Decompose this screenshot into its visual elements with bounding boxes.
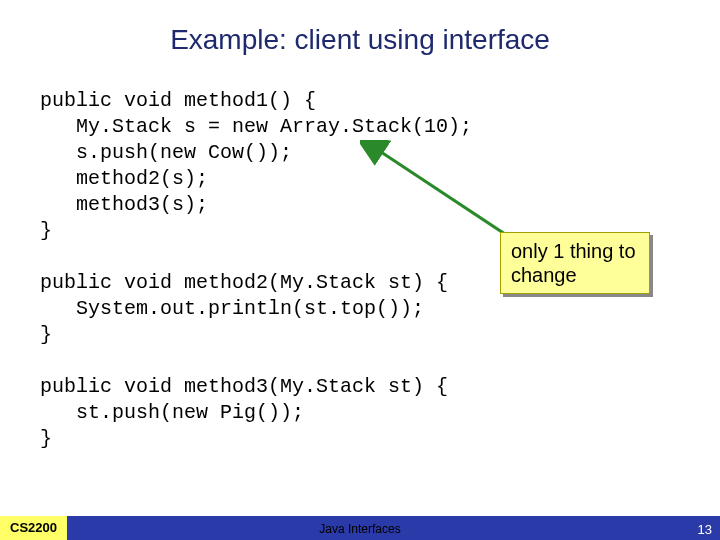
callout-box: only 1 thing to change — [500, 232, 650, 294]
slide-title: Example: client using interface — [0, 24, 720, 56]
code-block: public void method1() { My.Stack s = new… — [40, 88, 472, 452]
course-badge: CS2200 — [0, 516, 67, 540]
footer-center: Java Interfaces — [0, 522, 720, 536]
slide: Example: client using interface public v… — [0, 0, 720, 540]
